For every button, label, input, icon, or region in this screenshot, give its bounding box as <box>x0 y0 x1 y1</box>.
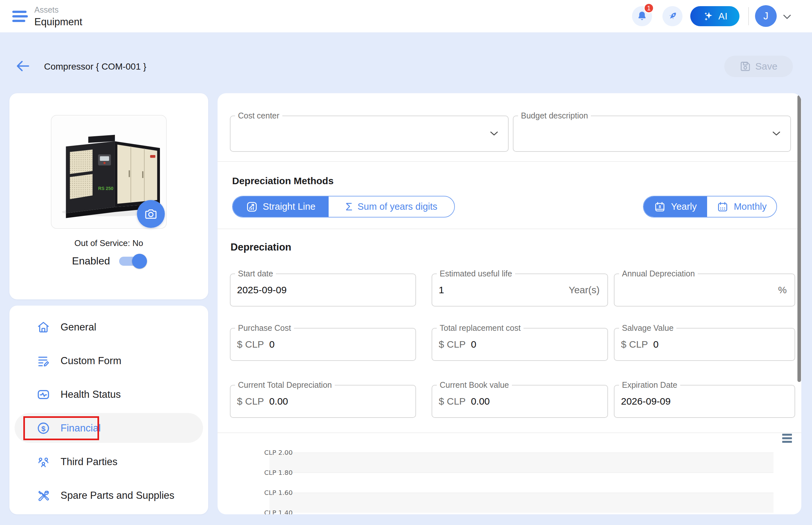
avatar[interactable]: J <box>755 5 777 27</box>
calendar-year-icon: 8 <box>654 201 666 213</box>
divider <box>218 228 801 229</box>
period-yearly-label: Yearly <box>671 201 697 212</box>
account-chevron-down-icon[interactable] <box>783 14 791 19</box>
calendar-month-icon <box>717 201 728 213</box>
period-monthly-button[interactable]: Monthly <box>707 196 777 217</box>
sidebar-item-general[interactable]: General <box>10 312 208 342</box>
currency-prefix: $ CLP <box>439 339 466 350</box>
toggle-knob <box>132 254 147 269</box>
enabled-toggle[interactable] <box>119 257 146 266</box>
field-value: 0 <box>269 339 275 350</box>
panel-scrollbar[interactable] <box>797 95 801 382</box>
change-photo-button[interactable] <box>137 200 165 228</box>
compressor-model-text: RS 250 <box>98 186 113 191</box>
field-value: 0 <box>471 339 476 350</box>
whats-new-button[interactable] <box>662 6 682 26</box>
methods-section-title: Depreciation Methods <box>232 176 334 186</box>
chart-alternate-band <box>269 452 773 472</box>
salvage-value-field[interactable]: Salvage Value $ CLP0 <box>614 328 795 361</box>
health-pulse-icon <box>36 388 50 401</box>
back-button[interactable] <box>16 60 30 73</box>
tools-icon <box>36 489 50 502</box>
sidebar-item-label: Spare Parts and Supplies <box>61 490 175 501</box>
field-label: Current Book value <box>437 380 512 390</box>
field-label: Purchase Cost <box>235 323 294 333</box>
chevron-down-icon <box>490 131 498 136</box>
field-value: 0.00 <box>269 396 288 407</box>
chart-ytick: CLP 2.00 <box>264 449 293 456</box>
camera-icon <box>144 208 157 221</box>
svg-text:8: 8 <box>659 204 661 209</box>
rocket-icon <box>667 10 678 22</box>
save-button-label: Save <box>755 61 777 72</box>
replacement-cost-field[interactable]: Total replacement cost $ CLP0 <box>431 328 608 361</box>
current-total-depreciation-field[interactable]: Current Total Depreciation $ CLP0.00 <box>230 385 416 418</box>
ai-assistant-button[interactable]: AI <box>690 6 739 26</box>
enabled-label: Enabled <box>72 255 110 267</box>
header-divider <box>748 7 749 25</box>
chart-alternate-band <box>269 493 773 513</box>
currency-prefix: $ CLP <box>439 396 466 407</box>
method-sum-of-years-label: Sum of years digits <box>357 201 438 212</box>
annual-depreciation-field[interactable]: Annual Depreciation % <box>614 273 795 306</box>
method-segmented-control: Straight Line Σ Sum of years digits <box>232 196 455 217</box>
chevron-down-icon <box>772 131 781 136</box>
breadcrumb-page: Equipment <box>34 16 82 28</box>
asset-tabs-card: General Custom Form Health Status $ Fina… <box>10 305 208 514</box>
dollar-circle-icon: $ <box>36 421 50 435</box>
sidebar-item-custom-form[interactable]: Custom Form <box>10 346 208 376</box>
field-suffix: % <box>778 285 787 296</box>
depreciation-section-title: Depreciation <box>231 241 291 253</box>
purchase-cost-field[interactable]: Purchase Cost $ CLP0 <box>230 328 416 361</box>
notifications-button[interactable]: 1 <box>632 6 652 26</box>
save-button[interactable]: Save <box>724 56 793 77</box>
field-value: 2026-09-09 <box>621 396 670 407</box>
cost-center-select[interactable]: Cost center <box>230 116 508 152</box>
page-title: Compressor { COM-001 } <box>44 61 146 72</box>
field-value: 1 <box>439 285 444 296</box>
trend-up-icon <box>246 201 258 213</box>
app-header: Assets Equipment 1 AI J <box>0 0 812 32</box>
home-icon <box>36 320 50 334</box>
menu-icon[interactable] <box>12 11 28 22</box>
field-label: Annual Depreciation <box>619 269 698 279</box>
currency-prefix: $ CLP <box>237 339 264 350</box>
out-of-service-status: Out of Service: No <box>10 238 208 248</box>
method-straight-line-button[interactable]: Straight Line <box>233 196 329 217</box>
useful-life-field[interactable]: Estimated useful life 1 Year(s) <box>431 273 608 306</box>
sidebar-item-label: Custom Form <box>61 355 121 367</box>
sidebar-item-label: General <box>61 321 96 333</box>
method-straight-line-label: Straight Line <box>263 201 316 212</box>
start-date-field[interactable]: Start date 2025-09-09 <box>230 273 416 306</box>
field-label: Expiration Date <box>619 380 680 390</box>
form-lines-pencil-icon <box>36 354 50 368</box>
notification-badge: 1 <box>644 3 654 13</box>
period-segmented-control: 8 Yearly Monthly <box>643 196 777 217</box>
breadcrumb-module: Assets <box>34 5 59 15</box>
expiration-date-field[interactable]: Expiration Date 2026-09-09 <box>614 385 795 418</box>
sidebar-item-spare-parts[interactable]: Spare Parts and Supplies <box>10 481 208 510</box>
financial-panel: Cost center Budget description Depreciat… <box>218 93 801 514</box>
divider <box>218 432 801 433</box>
budget-description-select[interactable]: Budget description <box>513 116 791 152</box>
sidebar-item-financial[interactable]: $ Financial <box>10 413 208 443</box>
field-label: Estimated useful life <box>437 269 515 279</box>
current-book-value-field[interactable]: Current Book value $ CLP0.00 <box>431 385 608 418</box>
sparkles-icon <box>702 10 714 22</box>
field-label: Start date <box>235 269 276 279</box>
method-sum-of-years-button[interactable]: Σ Sum of years digits <box>329 196 454 217</box>
period-yearly-button[interactable]: 8 Yearly <box>644 196 707 217</box>
sidebar-item-label: Third Parties <box>61 456 118 468</box>
field-label: Salvage Value <box>619 323 676 333</box>
chart-context-menu-button[interactable] <box>782 434 792 443</box>
currency-prefix: $ CLP <box>237 396 264 407</box>
sidebar-item-third-parties[interactable]: Third Parties <box>10 447 208 477</box>
sidebar-item-health-status[interactable]: Health Status <box>10 380 208 409</box>
budget-description-label: Budget description <box>518 111 591 120</box>
field-value: 0.00 <box>471 396 489 407</box>
period-monthly-label: Monthly <box>734 201 767 212</box>
field-label: Current Total Depreciation <box>235 380 335 390</box>
chart-gridline <box>269 493 773 493</box>
people-group-icon <box>36 455 50 469</box>
currency-prefix: $ CLP <box>621 339 648 350</box>
